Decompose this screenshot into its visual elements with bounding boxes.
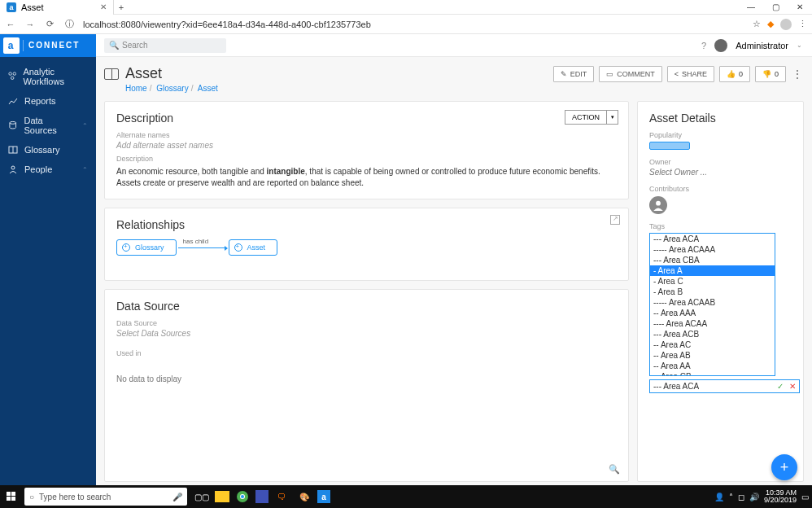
brand-logo[interactable]: a CONNECT [0, 34, 96, 57]
profile-icon[interactable] [780, 19, 792, 30]
browser-menu-icon[interactable]: ⋮ [798, 19, 807, 29]
share-icon: < [674, 70, 679, 78]
connect-app-icon[interactable]: a [317, 490, 330, 503]
data-source-select[interactable]: Select Data Sources [116, 329, 617, 338]
sidebar-nav: Analytic Workflows Reports Data Sources … [0, 57, 96, 485]
browser-tab[interactable]: a Asset ✕ [0, 0, 114, 15]
search-icon[interactable]: 🔍 [609, 464, 620, 475]
relationship-node-from[interactable]: Glossary [116, 239, 177, 256]
app-icon-3[interactable]: 🎨 [295, 488, 314, 506]
chrome-icon[interactable] [233, 488, 252, 506]
tag-option[interactable]: - Area A [650, 265, 775, 276]
owner-select[interactable]: Select Owner ... [649, 168, 792, 177]
sidebar-item-reports[interactable]: Reports [0, 91, 96, 111]
close-icon[interactable]: ✕ [100, 2, 107, 11]
main-content: Asset Home/ Glossary/ Asset ✎EDIT ▭COMME… [96, 57, 812, 485]
tag-option[interactable]: - Area C [650, 276, 775, 287]
tag-option[interactable]: --- Area ACB [650, 329, 775, 339]
global-search[interactable]: 🔍 Search [104, 38, 226, 53]
tray-chevron-icon[interactable]: ˄ [729, 493, 733, 501]
close-window-icon[interactable]: ✕ [788, 2, 812, 11]
tag-option[interactable]: -- Area CB [650, 371, 775, 376]
relationship-node-to[interactable]: Asset [229, 239, 278, 256]
asset-details-card: Asset Details Popularity Owner Select Ow… [637, 101, 804, 482]
reload-icon[interactable]: ⟳ [44, 19, 55, 29]
like-button[interactable]: 👍0 [719, 66, 750, 82]
info-icon[interactable]: ⓘ [63, 18, 75, 30]
data-source-card: Data Source Data Source Select Data Sour… [104, 289, 629, 482]
tag-option[interactable]: ---- Area ACAA [650, 318, 775, 329]
data-source-label: Data Source [116, 319, 617, 327]
volume-tray-icon[interactable]: 🔊 [749, 493, 759, 501]
tags-input[interactable] [650, 380, 775, 392]
sidebar-item-analytic-workflows[interactable]: Analytic Workflows [0, 62, 96, 91]
maximize-icon[interactable]: ▢ [763, 2, 788, 11]
cancel-icon[interactable]: ✕ [786, 382, 799, 391]
task-view-icon[interactable]: ▢▢ [192, 488, 212, 506]
taskbar-clock[interactable]: 10:39 AM 9/20/2019 [764, 489, 797, 504]
tags-label: Tags [649, 222, 792, 230]
pin-icon[interactable]: ◆ [767, 19, 774, 29]
help-icon[interactable]: ? [701, 41, 706, 50]
new-tab-button[interactable]: + [114, 2, 129, 12]
minimize-icon[interactable]: — [739, 2, 763, 11]
tag-option[interactable]: ----- Area ACAAA [650, 244, 775, 255]
svg-rect-10 [7, 497, 11, 501]
tag-option[interactable]: - Area B [650, 287, 775, 297]
user-menu-chevron-icon[interactable]: ⌄ [797, 42, 802, 49]
sidebar-item-people[interactable]: People ⌃ [0, 160, 96, 179]
crumb-glossary[interactable]: Glossary [156, 84, 188, 93]
comment-button[interactable]: ▭COMMENT [599, 66, 662, 82]
tag-option[interactable]: ----- Area ACAAB [650, 297, 775, 308]
tag-option[interactable]: --- Area ACA [650, 234, 775, 244]
tags-dropdown[interactable]: --- Area ACA----- Area ACAAA--- Area CBA… [649, 233, 775, 376]
add-node-icon[interactable] [122, 243, 130, 252]
tag-option[interactable]: -- Area AB [650, 350, 775, 361]
action-button[interactable]: ACTION [565, 110, 607, 125]
user-name[interactable]: Administrator [736, 41, 788, 50]
more-menu-button[interactable]: ⋮ [791, 65, 804, 83]
chevron-icon: ⌃ [82, 166, 88, 173]
mic-icon[interactable]: 🎤 [172, 493, 182, 501]
action-dropdown-button[interactable]: ▾ [607, 110, 618, 125]
star-icon[interactable]: ☆ [753, 19, 761, 29]
app-icon[interactable] [255, 490, 268, 503]
sidebar-item-data-sources[interactable]: Data Sources ⌃ [0, 111, 96, 140]
file-explorer-icon[interactable] [215, 491, 229, 502]
dislike-button[interactable]: 👎0 [755, 66, 786, 82]
crumb-asset[interactable]: Asset [198, 84, 218, 93]
url-field[interactable]: localhost:8080/viewentry?xid=6ee418a4-d3… [83, 20, 744, 29]
alt-names-label: Alternate names [116, 131, 617, 139]
network-tray-icon[interactable]: ◻ [738, 493, 744, 501]
nav-forward-icon[interactable]: → [24, 20, 36, 29]
svg-point-6 [11, 166, 15, 169]
tab-title: Asset [21, 2, 44, 12]
confirm-icon[interactable]: ✓ [775, 382, 786, 391]
svg-rect-9 [11, 492, 15, 496]
notifications-tray-icon[interactable]: ▭ [801, 493, 809, 501]
app-icon-2[interactable]: 🗨 [272, 488, 291, 506]
share-button[interactable]: <SHARE [667, 66, 714, 82]
edit-button[interactable]: ✎EDIT [553, 66, 595, 82]
contributor-avatar[interactable] [649, 196, 667, 214]
brand-text: CONNECT [28, 41, 80, 50]
tag-option[interactable]: --- Area CBA [650, 255, 775, 265]
sidebar-item-glossary[interactable]: Glossary [0, 140, 96, 160]
tag-option[interactable]: -- Area AC [650, 339, 775, 350]
fab-add-button[interactable]: + [771, 454, 797, 480]
database-icon [8, 120, 17, 130]
user-avatar-icon[interactable] [714, 39, 727, 52]
svg-point-2 [11, 77, 13, 79]
tag-option[interactable]: -- Area AAA [650, 308, 775, 318]
windows-taskbar: ○ Type here to search 🎤 ▢▢ 🗨 🎨 a 👤 ˄ ◻ 🔊… [0, 485, 812, 508]
taskbar-search[interactable]: ○ Type here to search 🎤 [24, 488, 187, 506]
start-button[interactable] [0, 485, 23, 508]
tag-option[interactable]: -- Area AA [650, 361, 775, 371]
add-node-icon[interactable] [234, 243, 242, 252]
people-tray-icon[interactable]: 👤 [714, 493, 724, 501]
crumb-home[interactable]: Home [125, 84, 147, 93]
app-topbar: a CONNECT 🔍 Search ? Administrator ⌄ [0, 34, 812, 57]
alt-names-input[interactable]: Add alternate asset names [116, 141, 617, 150]
expand-icon[interactable] [610, 215, 620, 225]
nav-back-icon[interactable]: ← [5, 20, 16, 29]
